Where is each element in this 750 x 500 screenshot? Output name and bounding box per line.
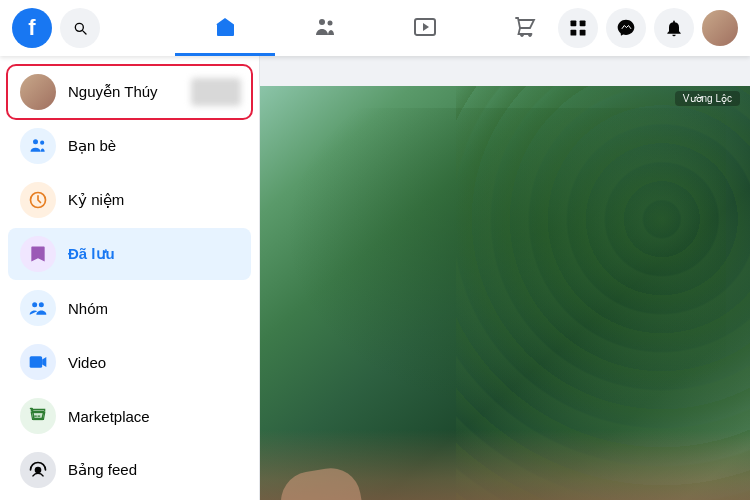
search-icon — [72, 20, 88, 36]
svg-rect-14 — [33, 414, 43, 421]
blurred-area — [191, 78, 241, 106]
topnav-center — [175, 0, 575, 56]
sidebar: Nguyễn Thúy Bạn bè — [0, 56, 260, 500]
sidebar-item-video[interactable]: Video — [8, 336, 251, 388]
svg-point-0 — [319, 19, 325, 25]
friends-icon — [313, 15, 337, 39]
topnav-left: f — [12, 8, 100, 48]
sidebar-item-groups[interactable]: Nhóm — [8, 282, 251, 334]
groups-label: Nhóm — [68, 300, 239, 317]
sidebar-item-saved[interactable]: Đã lưu — [8, 228, 251, 280]
sidebar-item-marketplace[interactable]: Marketplace — [8, 390, 251, 442]
bell-icon — [664, 18, 684, 38]
user-avatar — [20, 74, 56, 110]
fb-logo-text: f — [28, 15, 35, 41]
groups-icon-circle — [20, 290, 56, 326]
topnav-right — [558, 8, 738, 48]
svg-point-8 — [33, 139, 38, 144]
messenger-icon — [616, 18, 636, 38]
svg-point-9 — [40, 141, 44, 145]
svg-point-1 — [328, 20, 333, 25]
sidebar-user-profile[interactable]: Nguyễn Thúy — [8, 66, 251, 118]
svg-rect-5 — [580, 21, 586, 27]
home-icon — [213, 15, 237, 39]
marketplace-label: Marketplace — [68, 408, 239, 425]
content-strip — [260, 56, 750, 86]
topnav: f — [0, 0, 750, 56]
nav-friends[interactable] — [275, 0, 375, 56]
marketplace-icon-circle — [20, 398, 56, 434]
marketplace-icon — [28, 406, 48, 426]
memories-label: Kỷ niệm — [68, 191, 239, 209]
messenger-button[interactable] — [606, 8, 646, 48]
svg-point-11 — [32, 302, 37, 307]
right-content: Vường Lộc — [260, 56, 750, 500]
location-badge: Vường Lộc — [675, 91, 740, 106]
groups-icon — [28, 298, 48, 318]
nav-home[interactable] — [175, 0, 275, 56]
photo-background: Vường Lộc — [260, 86, 750, 500]
marketplace-nav-icon — [513, 15, 537, 39]
svg-point-15 — [35, 467, 42, 474]
friends-icon-circle — [20, 128, 56, 164]
friends-label: Bạn bè — [68, 137, 239, 155]
feed-icon-circle — [20, 452, 56, 488]
video-icon — [28, 352, 48, 372]
video-icon-circle — [20, 344, 56, 380]
memories-icon — [28, 190, 48, 210]
feed-label: Bảng feed — [68, 461, 239, 479]
notifications-button[interactable] — [654, 8, 694, 48]
svg-rect-13 — [30, 356, 43, 368]
feed-icon — [28, 460, 48, 480]
sidebar-item-memories[interactable]: Kỷ niệm — [8, 174, 251, 226]
user-avatar-nav[interactable] — [702, 10, 738, 46]
saved-icon-circle — [20, 236, 56, 272]
memories-icon-circle — [20, 182, 56, 218]
nav-watch[interactable] — [375, 0, 475, 56]
friends-sidebar-icon — [28, 136, 48, 156]
video-label: Video — [68, 354, 239, 371]
facebook-logo[interactable]: f — [12, 8, 52, 48]
nav-marketplace[interactable] — [475, 0, 575, 56]
saved-label: Đã lưu — [68, 245, 239, 263]
sidebar-item-friends[interactable]: Bạn bè — [8, 120, 251, 172]
saved-icon — [28, 244, 48, 264]
svg-rect-7 — [580, 30, 586, 36]
svg-marker-3 — [423, 23, 429, 31]
main-content: Nguyễn Thúy Bạn bè — [0, 56, 750, 500]
search-button[interactable] — [60, 8, 100, 48]
watch-icon — [413, 15, 437, 39]
sidebar-item-feed[interactable]: Bảng feed — [8, 444, 251, 496]
svg-point-12 — [39, 302, 44, 307]
